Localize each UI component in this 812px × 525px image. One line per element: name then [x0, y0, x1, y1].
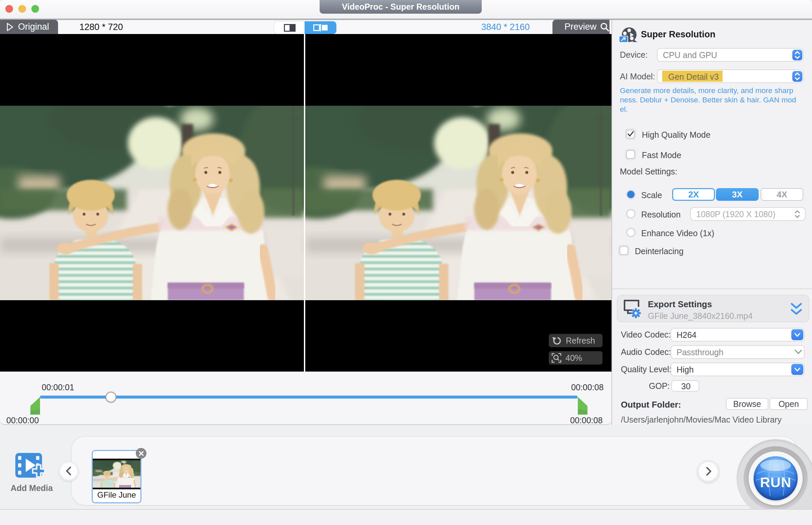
svg-text:RUN: RUN [760, 475, 791, 490]
